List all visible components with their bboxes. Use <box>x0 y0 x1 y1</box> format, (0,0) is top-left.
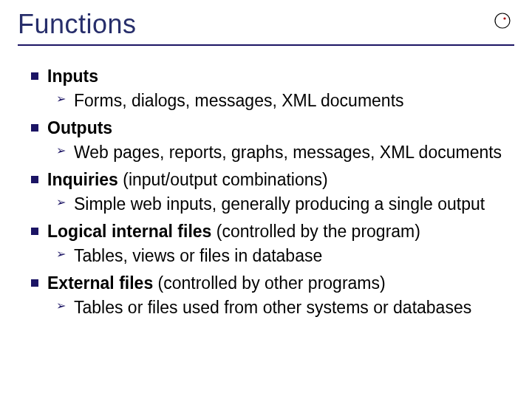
svg-point-0 <box>495 13 510 28</box>
square-bullet-icon <box>31 72 38 80</box>
item-paren: (input/output combinations) <box>118 170 328 189</box>
sub-text: Forms, dialogs, messages, XML documents <box>74 89 514 112</box>
list-item: External files (controlled by other prog… <box>31 272 514 319</box>
chevron-right-icon: ➢ <box>56 143 66 159</box>
circle-dot-icon <box>494 12 511 30</box>
list-item: Inquiries (input/output combinations) ➢ … <box>31 168 514 216</box>
sub-list: ➢ Tables or files used from other system… <box>31 296 514 319</box>
sub-list: ➢ Simple web inputs, generally producing… <box>31 193 514 216</box>
list-item: Inputs ➢ Forms, dialogs, messages, XML d… <box>31 65 514 112</box>
item-heading-wrap: Outputs <box>47 117 112 140</box>
item-paren: (controlled by other programs) <box>153 273 385 293</box>
item-heading: Inquiries <box>47 170 118 189</box>
square-bullet-icon <box>31 279 38 287</box>
item-heading-wrap: Inputs <box>47 65 98 88</box>
sub-text: Tables, views or files in database <box>74 245 514 267</box>
square-bullet-icon <box>31 124 38 132</box>
item-heading: Outputs <box>47 118 112 137</box>
title-row: Functions <box>18 9 514 40</box>
slide: Functions Inputs ➢ Forms, dialogs, messa… <box>0 0 532 399</box>
sub-text: Tables or files used from other systems … <box>74 296 514 319</box>
list-item: Outputs ➢ Web pages, reports, graphs, me… <box>31 117 514 164</box>
sub-list: ➢ Forms, dialogs, messages, XML document… <box>31 89 514 112</box>
sub-item: ➢ Forms, dialogs, messages, XML document… <box>56 89 514 112</box>
item-heading: Inputs <box>47 66 98 86</box>
square-bullet-icon <box>31 228 38 235</box>
title-underline <box>18 44 514 46</box>
bullet-list: Inputs ➢ Forms, dialogs, messages, XML d… <box>18 65 514 319</box>
sub-list: ➢ Tables, views or files in database <box>31 245 514 267</box>
chevron-right-icon: ➢ <box>56 246 66 262</box>
slide-title: Functions <box>18 9 137 40</box>
chevron-right-icon: ➢ <box>56 298 66 314</box>
item-heading-wrap: Logical internal files (controlled by th… <box>47 220 420 243</box>
sub-item: ➢ Simple web inputs, generally producing… <box>56 193 514 216</box>
item-paren: (controlled by the program) <box>211 222 420 241</box>
sub-item: ➢ Web pages, reports, graphs, messages, … <box>56 141 514 164</box>
sub-item: ➢ Tables or files used from other system… <box>56 296 514 319</box>
item-heading: External files <box>47 273 153 293</box>
chevron-right-icon: ➢ <box>56 91 66 107</box>
sub-text: Simple web inputs, generally producing a… <box>74 193 514 216</box>
item-heading-wrap: Inquiries (input/output combinations) <box>47 168 328 191</box>
item-heading-wrap: External files (controlled by other prog… <box>47 272 386 295</box>
item-heading: Logical internal files <box>47 222 211 241</box>
svg-point-1 <box>503 17 505 19</box>
chevron-right-icon: ➢ <box>56 194 66 211</box>
square-bullet-icon <box>31 176 38 183</box>
sub-item: ➢ Tables, views or files in database <box>56 245 514 267</box>
list-item: Logical internal files (controlled by th… <box>31 220 514 267</box>
sub-list: ➢ Web pages, reports, graphs, messages, … <box>31 141 514 164</box>
sub-text: Web pages, reports, graphs, messages, XM… <box>74 141 514 164</box>
